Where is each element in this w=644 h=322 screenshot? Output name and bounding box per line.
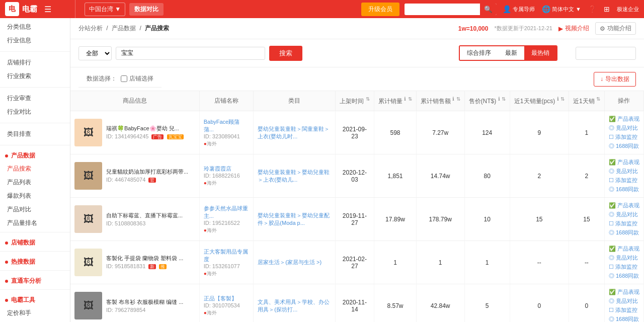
product-tag2-0: 瓦宝宝	[167, 134, 184, 139]
upgrade-button[interactable]: 升级会员	[361, 3, 399, 16]
cell-price-2: 10	[464, 198, 510, 241]
category-text-4[interactable]: 文具、美术用具＞学校、办公用具＞(探坊打...	[258, 298, 331, 313]
shop-name-2[interactable]: 参参天然水晶球重主...	[204, 205, 250, 220]
store-select-checkbox[interactable]	[121, 75, 127, 82]
cell-product-0: 🖼 瑞祺🍀BabyFace🌸婴幼 兒... ID: 13414964245 广告…	[70, 111, 199, 154]
sidebar-item-product-search[interactable]: 产品搜索	[0, 162, 70, 176]
top-search-button[interactable]: 🔍	[480, 4, 497, 15]
nav-highlight[interactable]: 数据对比	[129, 3, 164, 16]
top-search-box: 🔍	[405, 4, 497, 15]
cell-shop-3: 正大客製用品专属度 ID: 153261077 ●海外	[199, 241, 254, 284]
col-header-actions: 操作	[604, 91, 643, 111]
product-info-2: 自助下标霉蓝、直播下标霉蓝... ID: 5108808363	[106, 212, 195, 226]
action-monitor-4[interactable]: ☐ 添加监控	[609, 306, 637, 314]
video-intro-btn[interactable]: ▶ 视频介绍	[558, 24, 589, 33]
shop-name-3[interactable]: 正大客製用品专属度	[204, 248, 250, 263]
sidebar-item-dienpupaixing[interactable]: 店铺排行	[0, 56, 70, 69]
action-1688-1[interactable]: ◎ 1688同款	[609, 186, 639, 193]
filter-row: 全部 搜索 综合排序 最新 最热销	[78, 45, 636, 61]
breadcrumb-item-2[interactable]: 产品数据	[112, 25, 136, 32]
shop-location-3: ●海外	[204, 270, 250, 277]
main-content: 分站分析 / 产品数据 / 产品搜索 1w=10,000 *数据更新于2021-…	[70, 18, 644, 322]
sidebar-item-product-rank[interactable]: 产品量排名	[0, 216, 70, 230]
sidebar-item-hangyeshenjia[interactable]: 行业审查	[0, 92, 70, 105]
category-text-0[interactable]: 婴幼兒童装童鞋＞閩童童鞋＞上衣(婴幼儿时...	[258, 125, 331, 140]
product-name-0[interactable]: 瑞祺🍀BabyFace🌸婴幼 兒...	[106, 125, 195, 132]
nav-lang[interactable]: 🌐简体中文 ▼	[542, 5, 581, 13]
sidebar-section-shop: 店铺数据	[0, 234, 70, 249]
data-options: 数据选择： 店铺选择	[78, 70, 162, 88]
export-icon: ↓	[600, 75, 603, 83]
category-text-2[interactable]: 婴幼兒童装童鞋＞婴幼兒童配件＞胶品(Moda p...	[258, 212, 331, 227]
shop-name-1[interactable]: 玲薯霞霞店	[204, 165, 250, 173]
sidebar-item-product-list[interactable]: 产品列表	[0, 176, 70, 189]
col-header-price: 售价(NT$) ℹ ⇅	[464, 91, 510, 111]
action-1688-0[interactable]: ◎ 1688同款	[609, 142, 639, 150]
action-1688-3[interactable]: ◎ 1688同款	[609, 272, 639, 280]
col-header-shop: 店铺名称	[199, 91, 254, 111]
search-keyword-input[interactable]	[116, 47, 265, 60]
product-name-3[interactable]: 客製化 手提袋 蘭物袋 塑料袋 ...	[106, 255, 195, 262]
sidebar-item-hot-query[interactable]: 爆品查询	[0, 320, 70, 322]
nav-grid[interactable]: ⊞	[604, 5, 610, 13]
sidebar-item-product-compare[interactable]: 产品对比	[0, 203, 70, 216]
action-product-perf-4[interactable]: ✅ 产品表现	[609, 288, 639, 296]
action-product-perf-3[interactable]: ✅ 产品表现	[609, 245, 639, 253]
breadcrumb-item-1[interactable]: 分站分析	[78, 25, 103, 32]
action-product-perf-1[interactable]: ✅ 产品表现	[609, 158, 639, 166]
product-name-4[interactable]: 客製 布帛衫 衣服极模糊 编缝 ...	[106, 298, 195, 306]
shop-name-4[interactable]: 正品【客製】	[204, 295, 250, 302]
action-competitor-4[interactable]: ◎ 竟品对比	[609, 297, 638, 305]
nav-help[interactable]: ❓	[588, 5, 597, 13]
sort-comprehensive[interactable]: 综合排序	[460, 46, 498, 60]
search-keyword-input-2[interactable]	[576, 47, 636, 60]
region-selector[interactable]: 中国台湾 ▼	[85, 3, 125, 16]
unit-label: 1w=10,000	[458, 25, 489, 32]
cell-category-3: 居家生活＞(家居与生活 >)	[254, 241, 335, 284]
action-monitor-0[interactable]: ☐ 添加监控	[609, 133, 637, 141]
func-intro-btn[interactable]: ⚙ 功能介绍	[595, 22, 636, 35]
search-button[interactable]: 搜索	[269, 46, 302, 61]
sidebar-item-hangyexin[interactable]: 行业信息	[0, 34, 70, 47]
sidebar-item-explode-list[interactable]: 爆款列表	[0, 189, 70, 203]
cell-actions-1: ✅ 产品表现 ◎ 竟品对比 ☐ 添加监控 ◎ 1688同款	[604, 154, 643, 198]
export-btn[interactable]: ↓ 导出数据	[594, 72, 636, 87]
sidebar-group-1: 分类信息 行业信息	[0, 18, 70, 49]
nav-tutor[interactable]: 👤专属导师	[503, 5, 535, 13]
action-competitor-2[interactable]: ◎ 竟品对比	[609, 211, 638, 218]
action-monitor-3[interactable]: ☐ 添加监控	[609, 263, 637, 271]
sort-newest[interactable]: 最新	[498, 46, 524, 60]
shop-location-1: ●海外	[204, 180, 250, 187]
menu-toggle-icon[interactable]: ☰	[44, 5, 51, 14]
action-monitor-2[interactable]: ☐ 添加监控	[609, 220, 637, 227]
cell-day1-sales-1: 2	[510, 154, 569, 198]
product-name-2[interactable]: 自助下标霉蓝、直播下标霉蓝...	[106, 212, 195, 219]
action-competitor-1[interactable]: ◎ 竟品对比	[609, 168, 638, 175]
action-1688-2[interactable]: ◎ 1688同款	[609, 229, 639, 236]
product-name-1[interactable]: 兒童貓紋奶油加厚打底彩杉两带...	[106, 168, 195, 176]
func-icon: ⚙	[600, 25, 605, 32]
category-text-3[interactable]: 居家生活＞(家居与生活 >)	[258, 259, 331, 266]
store-select-option[interactable]: 店铺选择	[121, 74, 153, 83]
action-product-perf-0[interactable]: ✅ 产品表现	[609, 115, 639, 123]
sidebar-item-fenleixin[interactable]: 分类信息	[0, 20, 70, 34]
cell-product-1: 🖼 兒童貓紋奶油加厚打底彩杉两带... ID: 4467485074 官	[70, 154, 199, 198]
logo-icon: 电	[5, 2, 19, 16]
action-product-perf-2[interactable]: ✅ 产品表现	[609, 202, 639, 209]
sidebar-item-pricing[interactable]: 定价和手	[0, 306, 70, 320]
action-monitor-1[interactable]: ☐ 添加监控	[609, 177, 637, 184]
nav-account[interactable]: 极速企业	[617, 6, 639, 13]
category-select[interactable]: 全部	[78, 46, 112, 60]
shop-name-0[interactable]: BabyFace顾蒲蒲...	[204, 118, 250, 133]
action-competitor-3[interactable]: ◎ 竟品对比	[609, 254, 638, 262]
sidebar-item-hangyesousuo[interactable]: 行业搜索	[0, 69, 70, 83]
shop-location-4: ●海外	[204, 309, 250, 316]
top-search-input[interactable]	[405, 4, 480, 15]
sidebar-item-hangye-duibi[interactable]: 行业对比	[0, 105, 70, 119]
shop-id-1: ID: 168822616	[204, 173, 250, 179]
action-1688-4[interactable]: ◎ 1688同款	[609, 315, 639, 322]
action-competitor-0[interactable]: ◎ 竟品对比	[609, 124, 638, 132]
sidebar-item-leimu-paijia[interactable]: 类目排查	[0, 127, 70, 141]
sort-hottest[interactable]: 最热销	[524, 46, 556, 60]
category-text-1[interactable]: 婴幼兒童装童鞋＞婴幼兒童鞋＞上衣(婴幼儿...	[258, 169, 331, 184]
